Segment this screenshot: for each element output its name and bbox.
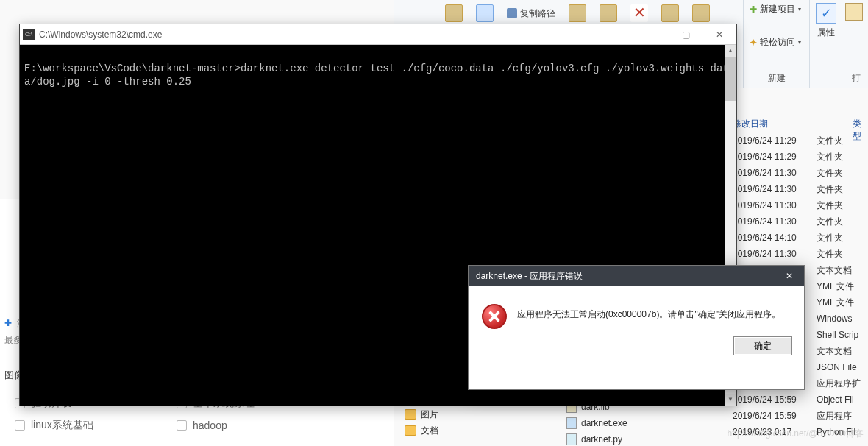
tag-item[interactable]: linux系统基础 xyxy=(15,419,162,432)
nav-docs[interactable]: 文档 xyxy=(405,422,438,439)
easy-access-icon: ✦ xyxy=(750,38,757,48)
error-titlebar[interactable]: darknet.exe - 应用程序错误 ✕ xyxy=(469,266,804,286)
link-icon xyxy=(507,8,517,18)
table-row[interactable]: 2019/6/23 0:17Python Fil xyxy=(733,424,868,440)
docs-icon xyxy=(405,425,416,436)
table-row[interactable]: 2019/6/24 11:29文件夹 xyxy=(733,132,868,149)
table-row[interactable]: 2019/6/24 11:30文件夹 xyxy=(733,213,868,230)
minimize-button[interactable]: — xyxy=(635,24,669,45)
checkbox-icon[interactable] xyxy=(177,420,187,431)
table-row[interactable]: 2019/6/24 11:30文件夹 xyxy=(733,246,868,262)
add-icon[interactable]: ✚ xyxy=(4,318,15,328)
copy-path-label: 复制路径 xyxy=(520,7,555,20)
checkbox-icon[interactable] xyxy=(15,420,25,431)
table-row[interactable]: 2019/6/24 15:59Object Fil xyxy=(733,392,868,408)
error-message: 应用程序无法正常启动(0xc000007b)。请单击"确定"关闭应用程序。 xyxy=(517,304,780,321)
ribbon-section-open: 打 xyxy=(852,72,861,85)
cmd-titlebar[interactable]: C:\ C:\Windows\system32\cmd.exe — ▢ ✕ xyxy=(20,24,736,45)
table-row[interactable]: 2019/6/24 11:30文件夹 xyxy=(733,197,868,213)
maximize-button[interactable]: ▢ xyxy=(669,24,702,45)
new-folder-icon[interactable] xyxy=(692,4,710,22)
exe-file-icon xyxy=(566,417,577,429)
new-item-label: 新建项目 xyxy=(760,3,795,15)
table-row[interactable]: 2019/6/24 11:30文件夹 xyxy=(733,165,868,181)
easy-access-button[interactable]: ✦ 轻松访问 ▾ xyxy=(750,36,803,49)
py-file-icon xyxy=(566,433,577,445)
ribbon-section-new: 新建 xyxy=(750,69,803,85)
table-row[interactable]: 2019/6/24 11:29文件夹 xyxy=(733,149,868,165)
scroll-thumb[interactable] xyxy=(725,57,736,101)
table-row[interactable]: 2019/6/24 11:30文件夹 xyxy=(733,181,868,197)
history-icon xyxy=(845,3,863,21)
cmd-icon: C:\ xyxy=(23,29,35,40)
table-row[interactable]: 2019/6/24 15:59应用程序 xyxy=(733,408,868,424)
scroll-up-icon[interactable]: ▲ xyxy=(725,45,736,57)
error-dialog: darknet.exe - 应用程序错误 ✕ 应用程序无法正常启动(0xc000… xyxy=(468,265,805,390)
easy-access-label: 轻松访问 xyxy=(760,36,795,49)
table-row[interactable]: 2019/6/24 14:10文件夹 xyxy=(733,230,868,246)
scroll-down-icon[interactable]: ▼ xyxy=(725,394,736,406)
close-icon[interactable]: ✕ xyxy=(775,266,804,286)
properties-button[interactable]: 属性 xyxy=(809,0,842,88)
copy-to-icon[interactable] xyxy=(600,4,617,22)
cmd-title: C:\Windows\system32\cmd.exe xyxy=(39,29,162,40)
error-title: darknet.exe - 应用程序错误 xyxy=(476,270,583,283)
new-item-button[interactable]: ✚ 新建项目 ▾ xyxy=(750,3,803,15)
file-darknetpy[interactable]: darknet.py xyxy=(566,431,627,446)
close-button[interactable]: ✕ xyxy=(702,24,736,45)
plus-icon: ✚ xyxy=(750,4,757,15)
error-icon xyxy=(482,304,507,329)
ok-button[interactable]: 确定 xyxy=(733,336,792,355)
pictures-icon xyxy=(405,409,416,420)
rename-icon[interactable] xyxy=(661,4,679,22)
tag-item[interactable]: hadoop xyxy=(177,419,324,432)
copy-icon[interactable] xyxy=(476,4,494,22)
delete-icon[interactable]: ✕ xyxy=(630,4,648,22)
paste-icon[interactable] xyxy=(445,4,463,22)
nav-pictures[interactable]: 图片 xyxy=(405,406,438,422)
chevron-down-icon: ▾ xyxy=(798,6,801,13)
file-darknetexe[interactable]: darknet.exe xyxy=(566,415,627,431)
properties-icon xyxy=(816,3,836,24)
chevron-down-icon: ▾ xyxy=(798,39,801,46)
properties-label: 属性 xyxy=(817,26,835,39)
move-to-icon[interactable] xyxy=(569,4,586,22)
copy-path-button[interactable]: 复制路径 xyxy=(507,7,555,20)
